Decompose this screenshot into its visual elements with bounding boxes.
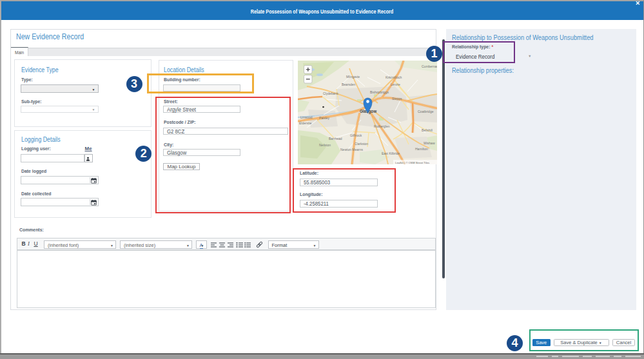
svg-text:Coatbridge: Coatbridge (418, 110, 434, 113)
svg-text:Kirkintilloch: Kirkintilloch (385, 75, 402, 79)
svg-text:Barrhead: Barrhead (329, 137, 342, 141)
svg-text:Rutherglen: Rutherglen (374, 124, 390, 128)
svg-text:Cumbernauld: Cumbernauld (422, 64, 437, 68)
svg-text:Newton Mearns: Newton Mearns (340, 148, 364, 151)
svg-text:Giffnock: Giffnock (350, 133, 362, 137)
svg-text:Paisley: Paisley (319, 116, 330, 120)
svg-text:Lenzie: Lenzie (391, 82, 400, 86)
svg-text:Bellshill: Bellshill (422, 128, 433, 132)
svg-text:Wishaw: Wishaw (424, 141, 435, 145)
svg-text:Linwood: Linwood (300, 115, 313, 119)
svg-text:Bearsden: Bearsden (342, 82, 356, 86)
svg-text:Stepps: Stepps (392, 97, 402, 101)
svg-text:Elderslie: Elderslie (299, 121, 311, 125)
svg-text:Milngavie: Milngavie (346, 75, 360, 79)
svg-text:Bishopbriggs: Bishopbriggs (370, 90, 389, 94)
svg-text:Leaflet | © OSM Street Tiles: Leaflet | © OSM Street Tiles (395, 161, 429, 164)
svg-text:East Kilbride: East Kilbride (382, 151, 400, 155)
svg-text:Clarkston: Clarkston (355, 142, 368, 146)
svg-text:Neilston: Neilston (319, 143, 331, 147)
svg-text:Clydebank: Clydebank (323, 92, 338, 95)
svg-text:Hamilton: Hamilton (415, 147, 428, 151)
